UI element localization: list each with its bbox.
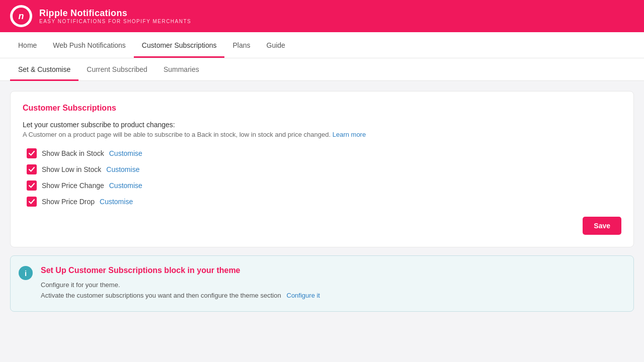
checkbox-list: Show Back in Stock Customise Show Low in… [27, 148, 621, 207]
card-title: Customer Subscriptions [23, 104, 621, 113]
main-content: Customer Subscriptions Let your customer… [0, 81, 644, 322]
label-price-change: Show Price Change [42, 182, 104, 190]
info-card-text: Configure it for your theme. Activate th… [41, 280, 623, 301]
main-nav: Home Web Push Notifications Customer Sub… [0, 32, 644, 58]
label-price-drop: Show Price Drop [42, 198, 95, 206]
customise-price-change[interactable]: Customise [109, 182, 142, 190]
info-card: i Set Up Customer Subscriptions block in… [10, 255, 634, 312]
label-back-in-stock: Show Back in Stock [42, 149, 104, 157]
checkbox-row-price-drop: Show Price Drop Customise [27, 197, 621, 207]
info-card-title: Set Up Customer Subscriptions block in y… [41, 266, 623, 275]
sub-tabs: Set & Customise Current Subscribed Summa… [0, 58, 644, 81]
nav-customer-subscriptions[interactable]: Customer Subscriptions [134, 32, 225, 58]
app-name: Ripple Notifications [39, 8, 191, 19]
save-button[interactable]: Save [583, 217, 621, 235]
app-tagline: EASY NOTIFICATIONS FOR SHOPIFY MERCHANTS [39, 19, 191, 24]
learn-more-link[interactable]: Learn more [333, 131, 366, 138]
label-low-in-stock: Show Low in Stock [42, 165, 101, 173]
card-description-main: Let your customer subscribe to product c… [23, 121, 621, 129]
nav-home[interactable]: Home [10, 32, 45, 58]
checkbox-low-in-stock[interactable] [27, 164, 37, 174]
tab-summaries[interactable]: Summaries [155, 58, 207, 81]
checkbox-row-back-in-stock: Show Back in Stock Customise [27, 148, 621, 158]
card-description-sub: A Customer on a product page will be abl… [23, 131, 621, 138]
checkbox-back-in-stock[interactable] [27, 148, 37, 158]
customise-price-drop[interactable]: Customise [100, 198, 133, 206]
customer-subscriptions-card: Customer Subscriptions Let your customer… [10, 91, 634, 247]
configure-it-link[interactable]: Configure it [287, 292, 320, 299]
header-text: Ripple Notifications EASY NOTIFICATIONS … [39, 8, 191, 24]
info-icon: i [19, 266, 33, 280]
tab-current-subscribed[interactable]: Current Subscribed [78, 58, 155, 81]
save-row: Save [23, 217, 621, 235]
customise-low-in-stock[interactable]: Customise [106, 165, 139, 173]
nav-guide[interactable]: Guide [259, 32, 293, 58]
nav-plans[interactable]: Plans [224, 32, 258, 58]
checkbox-price-drop[interactable] [27, 197, 37, 207]
nav-web-push[interactable]: Web Push Notifications [45, 32, 133, 58]
checkbox-row-price-change: Show Price Change Customise [27, 180, 621, 191]
checkbox-row-low-in-stock: Show Low in Stock Customise [27, 164, 621, 174]
app-logo: n [10, 5, 32, 27]
app-header: n Ripple Notifications EASY NOTIFICATION… [0, 0, 644, 32]
tab-set-customise[interactable]: Set & Customise [10, 58, 78, 81]
customise-back-in-stock[interactable]: Customise [109, 149, 142, 157]
checkbox-price-change[interactable] [27, 180, 37, 191]
logo-letter: n [13, 8, 30, 25]
